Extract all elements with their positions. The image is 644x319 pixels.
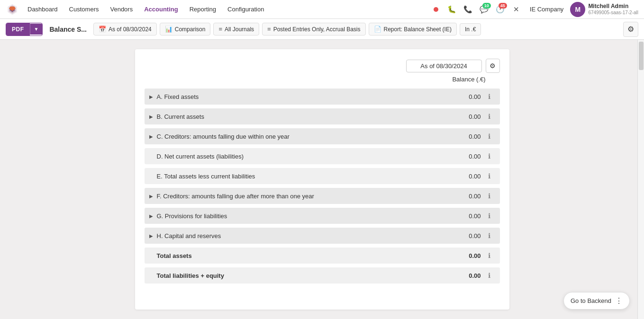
row-value: 0.00 [448,213,481,220]
row-value: 0.00 [448,173,481,180]
row-label: C. Creditors: amounts falling due within… [157,133,448,140]
journal-icon: ≡ [218,26,222,33]
row-label: G. Provisions for liabilities [157,213,448,220]
nav-customers[interactable]: Customers [64,2,104,17]
filter-comparison-label: Comparison [175,26,206,33]
row-value: 0.00 [448,252,481,259]
calendar-icon: 📅 [99,26,106,33]
settings-button[interactable]: ⚙ [623,22,638,37]
activities-icon[interactable]: 🕐 45 [494,3,507,16]
row-value: 0.00 [448,133,481,140]
main-content: As of 08/30/2024 ⚙ Balance (.€) ▶A. Fixe… [0,40,644,319]
user-info: Mitchell Admin 67499005-saas-17-2-all [588,3,638,15]
row-label: D. Net current assets (liabilities) [157,153,448,160]
app-logo[interactable] [6,3,19,16]
info-icon[interactable]: ℹ [484,152,495,160]
row-value: 0.00 [448,272,481,279]
info-icon[interactable]: ℹ [484,252,495,259]
info-icon[interactable]: ℹ [484,93,495,100]
info-icon[interactable]: ℹ [484,172,495,180]
filter-currency-label: In .€ [465,26,476,33]
filter-journals-button[interactable]: ≡ All Journals [213,23,259,35]
status-dot[interactable] [429,3,443,16]
table-row[interactable]: ▶F. Creditors: amounts falling due after… [145,188,500,204]
gear-icon: ⚙ [627,25,634,34]
row-label: A. Fixed assets [157,93,448,100]
table-row[interactable]: ▶B. Current assets0.00ℹ [145,108,500,124]
report-icon: 📄 [374,26,381,33]
scroll-thumb[interactable] [639,42,644,70]
expand-icon[interactable]: ▶ [149,94,157,99]
company-name: IE Company [530,6,564,13]
filter-report-button[interactable]: 📄 Report: Balance Sheet (IE) [369,23,457,35]
nav-reporting[interactable]: Reporting [185,2,221,17]
user-name: Mitchell Admin [588,3,638,9]
top-navigation: Dashboard Customers Vendors Accounting R… [0,0,644,19]
chart-icon: 📊 [165,26,172,33]
messages-icon[interactable]: 💬 10 [478,3,491,16]
info-icon[interactable]: ℹ [484,212,495,220]
filter-entries-label: Posted Entries Only, Accrual Basis [273,26,361,33]
table-row: Total liabilities + equity0.00ℹ [145,267,500,284]
close-icon[interactable]: ✕ [510,3,523,16]
filter-currency-button[interactable]: In .€ [460,23,481,35]
filter-entries-button[interactable]: ≡ Posted Entries Only, Accrual Basis [262,23,365,35]
info-icon[interactable]: ℹ [484,113,495,120]
table-row: Total assets0.00ℹ [145,248,500,264]
row-value: 0.00 [448,113,481,120]
row-value: 0.00 [448,232,481,239]
avatar[interactable]: M [570,2,585,17]
expand-icon[interactable]: ▶ [149,134,157,139]
report-container: As of 08/30/2024 ⚙ Balance (.€) ▶A. Fixe… [135,49,509,310]
info-icon[interactable]: ℹ [484,232,495,239]
filter-report-label: Report: Balance Sheet (IE) [384,26,452,33]
filter-journals-label: All Journals [225,26,254,33]
pdf-group: PDF ▼ [6,23,43,36]
expand-icon[interactable]: ▶ [149,114,157,119]
row-value: 0.00 [448,93,481,100]
messages-badge: 10 [482,3,491,9]
expand-icon[interactable]: ▶ [149,233,157,239]
report-title: Balance S... [49,26,87,33]
expand-icon[interactable]: ▶ [149,194,157,199]
debug-icon[interactable]: 🐛 [445,3,459,16]
info-icon[interactable]: ℹ [484,192,495,200]
pdf-button[interactable]: PDF [6,23,30,35]
row-label: Total assets [157,252,448,259]
table-row[interactable]: ▶H. Capital and reserves0.00ℹ [145,228,500,244]
company-selector[interactable]: IE Company [526,4,568,15]
filter-date-button[interactable]: 📅 As of 08/30/2024 [93,23,157,35]
report-date-header: As of 08/30/2024 ⚙ [145,59,500,73]
report-rows: ▶A. Fixed assets0.00ℹ▶B. Current assets0… [145,89,500,284]
row-label: F. Creditors: amounts falling due after … [157,193,448,200]
report-filter-button[interactable]: ⚙ [486,59,500,73]
backend-dots-icon: ⋮ [615,296,623,305]
nav-configuration[interactable]: Configuration [223,2,269,17]
nav-accounting[interactable]: Accounting [139,2,183,17]
row-label: B. Current assets [157,113,448,120]
report-balance-header: Balance (.€) [145,76,500,83]
date-cell: As of 08/30/2024 ⚙ [406,59,500,73]
nav-dashboard[interactable]: Dashboard [23,2,63,17]
backend-button-label: Go to Backend [571,297,611,304]
filter-date-label: As of 08/30/2024 [109,26,152,33]
page-scrollbar[interactable] [637,40,644,319]
row-label: E. Total assets less current liabilities [157,173,448,180]
report-toolbar: PDF ▼ Balance S... 📅 As of 08/30/2024 📊 … [0,19,644,40]
info-icon[interactable]: ℹ [484,133,495,140]
filter-comparison-button[interactable]: 📊 Comparison [160,23,211,35]
expand-icon[interactable]: ▶ [149,213,157,219]
table-row[interactable]: ▶C. Creditors: amounts falling due withi… [145,128,500,144]
pdf-dropdown-button[interactable]: ▼ [30,24,43,35]
phone-icon[interactable]: 📞 [462,3,475,16]
table-row[interactable]: ▶G. Provisions for liabilities0.00ℹ [145,208,500,224]
nav-right-actions: 🐛 📞 💬 10 🕐 45 ✕ IE Company M Mitchell Ad… [429,2,638,17]
info-icon[interactable]: ℹ [484,272,495,279]
row-value: 0.00 [448,193,481,200]
table-row: D. Net current assets (liabilities)0.00ℹ [145,148,500,164]
nav-vendors[interactable]: Vendors [105,2,137,17]
report-date-value: As of 08/30/2024 [406,60,482,72]
table-row[interactable]: ▶A. Fixed assets0.00ℹ [145,89,500,105]
backend-button[interactable]: Go to Backend ⋮ [563,292,630,310]
user-id: 67499005-saas-17-2-all [588,10,638,16]
